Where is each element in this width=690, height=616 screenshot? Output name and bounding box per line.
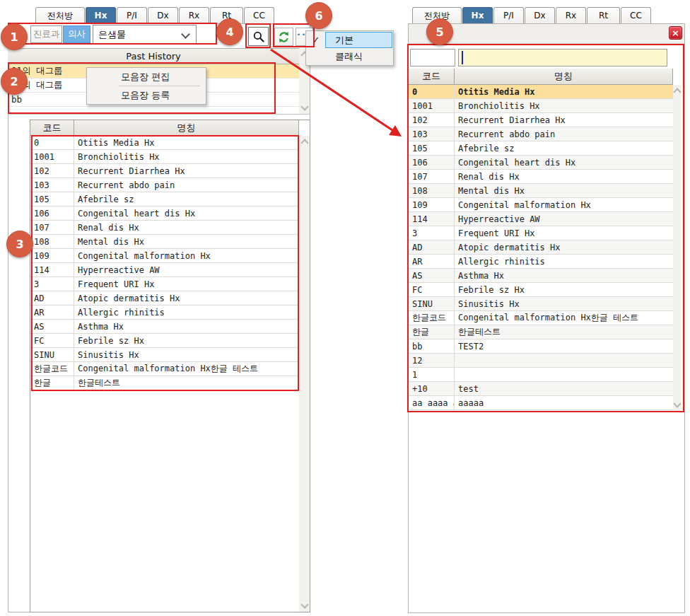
view-mode-menu-item[interactable]: ✓ 클래식 bbox=[307, 48, 392, 64]
screen: 전처방HxP/IDxRxRtCC 진료과 의사 은샘물 ··· Past His… bbox=[0, 0, 690, 616]
tab[interactable]: P/I bbox=[117, 7, 147, 23]
tab-label: CC bbox=[253, 11, 265, 21]
close-button[interactable]: × bbox=[669, 26, 682, 40]
tab-label: Rx bbox=[189, 11, 199, 21]
annotation-box-4 bbox=[245, 23, 271, 48]
tab-label: Hx bbox=[472, 11, 484, 21]
tab[interactable]: Dx bbox=[148, 7, 178, 23]
left-tabbar: 전처방HxP/IDxRxRtCC bbox=[35, 7, 275, 23]
menu-item-label: 기본 bbox=[325, 32, 392, 48]
scroll-down-icon[interactable] bbox=[300, 600, 308, 608]
tab[interactable]: P/I bbox=[493, 7, 524, 23]
list-divider bbox=[8, 114, 310, 115]
tab[interactable]: Dx bbox=[525, 7, 555, 23]
tab[interactable]: CC bbox=[244, 7, 274, 23]
view-mode-menu: ✓ 기본 ✓ 클래식 bbox=[305, 30, 394, 66]
annotation-callout-4: 4 bbox=[216, 18, 243, 45]
tab-label: Rx bbox=[566, 11, 576, 21]
tab-label: Dx bbox=[534, 11, 545, 21]
annotation-callout-1: 1 bbox=[1, 23, 28, 50]
annotation-box-2 bbox=[8, 62, 276, 114]
tab[interactable]: Rx bbox=[179, 7, 209, 23]
tab-label: 전처방 bbox=[47, 10, 73, 22]
tab-label: P/I bbox=[127, 11, 137, 21]
annotation-box-6 bbox=[273, 23, 315, 47]
tab[interactable]: Rx bbox=[556, 7, 586, 23]
tab-label: Rt bbox=[599, 11, 608, 21]
tab-label: P/I bbox=[503, 11, 514, 21]
tab[interactable]: CC bbox=[621, 7, 651, 23]
view-mode-menu-item[interactable]: ✓ 기본 bbox=[307, 32, 392, 48]
annotation-callout-6: 6 bbox=[305, 2, 332, 29]
left-table-scrollbar[interactable] bbox=[299, 136, 310, 612]
tab-label: Dx bbox=[157, 11, 168, 21]
tab[interactable]: Rt bbox=[587, 7, 620, 23]
annotation-callout-3: 3 bbox=[6, 231, 33, 257]
left-table-header: 코드 명칭 bbox=[30, 120, 299, 136]
annotation-callout-5: 5 bbox=[426, 18, 453, 45]
tab-label: CC bbox=[630, 11, 642, 21]
tab-label: Hx bbox=[95, 11, 107, 21]
column-header-code[interactable]: 코드 bbox=[30, 120, 74, 136]
scroll-down-icon[interactable] bbox=[300, 103, 308, 110]
annotation-box-1 bbox=[8, 23, 217, 45]
close-icon: × bbox=[672, 28, 679, 37]
column-header-name[interactable]: 명칭 bbox=[74, 120, 299, 136]
annotation-callout-2: 2 bbox=[1, 68, 28, 95]
tab[interactable]: Hx bbox=[462, 7, 493, 23]
tab[interactable]: Hx bbox=[86, 7, 116, 23]
scroll-up-icon[interactable] bbox=[300, 139, 308, 146]
menu-item-label: 클래식 bbox=[325, 48, 392, 64]
annotation-box-5 bbox=[407, 44, 684, 412]
tab[interactable]: 전처방 bbox=[35, 7, 85, 23]
annotation-box-3 bbox=[31, 135, 299, 391]
